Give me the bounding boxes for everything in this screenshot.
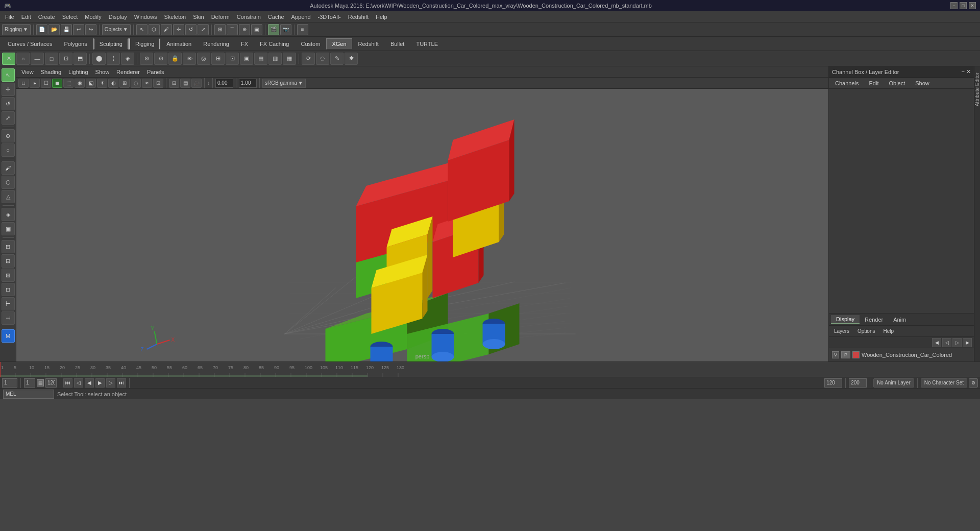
layer-next2-btn[interactable]: ▶ bbox=[963, 338, 972, 347]
mode-dropdown[interactable]: Rigging ▼ bbox=[2, 24, 31, 35]
menu-cache[interactable]: Cache bbox=[265, 13, 287, 21]
vp-aa-btn[interactable]: ⊞ bbox=[119, 79, 130, 88]
vp-gamma-input-2[interactable] bbox=[239, 79, 257, 88]
wireframe-icon-btn[interactable]: ▥ bbox=[268, 53, 282, 65]
vertex-mode-icon-btn[interactable]: ○ bbox=[16, 53, 30, 65]
vp-gamma-input-1[interactable] bbox=[215, 79, 233, 88]
rotate-tool-left-btn[interactable]: ↺ bbox=[2, 97, 15, 110]
layout-btn-6[interactable]: ⊣ bbox=[2, 311, 15, 325]
menu-append[interactable]: Append bbox=[288, 13, 314, 21]
tab-redshift[interactable]: Redshift bbox=[353, 38, 384, 50]
rp-tab-channels[interactable]: Channels bbox=[831, 79, 863, 87]
vp-smooth-btn[interactable]: ◉ bbox=[75, 79, 85, 88]
menu-deform[interactable]: Deform bbox=[208, 13, 233, 21]
vp-shaded-btn[interactable]: ◼ bbox=[52, 79, 62, 88]
no-character-set-btn[interactable]: No Character Set bbox=[921, 378, 967, 388]
menu-create[interactable]: Create bbox=[35, 13, 58, 21]
vp-menu-show[interactable]: Show bbox=[92, 68, 113, 76]
tab-sculpting[interactable]: Sculpting bbox=[93, 38, 129, 50]
tab-turtle[interactable]: TURTLE bbox=[410, 38, 444, 50]
texture-icon-btn[interactable]: ▦ bbox=[283, 53, 296, 65]
layer-subtab-help[interactable]: Help bbox=[880, 327, 897, 335]
crease-btn[interactable]: △ bbox=[2, 190, 15, 203]
menu-redshift[interactable]: Redshift bbox=[345, 13, 372, 21]
layer-subtab-options[interactable]: Options bbox=[854, 327, 878, 335]
layer-tab-display[interactable]: Display bbox=[831, 315, 860, 324]
rotate-button[interactable]: ↺ bbox=[185, 24, 197, 35]
snap-curve-button[interactable]: ⌒ bbox=[227, 24, 238, 35]
menu-edit[interactable]: Edit bbox=[18, 13, 34, 21]
layer-item[interactable]: V P Wooden_Construction_Car_Colored bbox=[830, 349, 973, 360]
select-tool-left-btn[interactable]: ↖ bbox=[2, 68, 15, 82]
vp-lights-btn[interactable]: ☀ bbox=[97, 79, 107, 88]
undo-button[interactable]: ↩ bbox=[73, 24, 84, 35]
snap-ref-icon-btn[interactable]: ⊘ bbox=[154, 53, 167, 65]
rp-tab-object[interactable]: Object bbox=[885, 79, 909, 87]
snap-point-button[interactable]: ⊕ bbox=[239, 24, 250, 35]
anim-end2-input[interactable] bbox=[849, 378, 867, 388]
layout-btn-1[interactable]: ⊞ bbox=[2, 240, 15, 253]
xgen-icon-btn[interactable]: ✱ bbox=[345, 53, 358, 65]
scale-tool-left-btn[interactable]: ⤢ bbox=[2, 111, 15, 125]
vp-menu-panels[interactable]: Panels bbox=[144, 68, 167, 76]
menu-help[interactable]: Help bbox=[373, 13, 390, 21]
tab-curves-surfaces[interactable]: Curves / Surfaces bbox=[2, 38, 58, 50]
new-scene-button[interactable]: 📄 bbox=[36, 24, 47, 35]
display-rgb-btn[interactable]: ▣ bbox=[2, 222, 15, 235]
face-mode-icon-btn[interactable]: □ bbox=[45, 53, 58, 65]
rp-tab-show[interactable]: Show bbox=[911, 79, 934, 87]
tab-fx-caching[interactable]: FX Caching bbox=[254, 38, 295, 50]
menu-skeleton[interactable]: Skeleton bbox=[161, 13, 189, 21]
minimize-button[interactable]: − bbox=[950, 2, 958, 9]
layer-prev2-btn[interactable]: ◁ bbox=[942, 338, 951, 347]
vp-render-view-btn[interactable]: ☐ bbox=[41, 79, 51, 88]
display-layer-button[interactable]: ≡ bbox=[297, 24, 308, 35]
vp-menu-shading[interactable]: Shading bbox=[38, 68, 64, 76]
menu-skin[interactable]: Skin bbox=[190, 13, 207, 21]
paint-select-button[interactable]: 🖌 bbox=[161, 24, 172, 35]
transport-step-fwd[interactable]: ▷ bbox=[106, 378, 115, 388]
layout-btn-4[interactable]: ⊡ bbox=[2, 283, 15, 296]
transport-play-back[interactable]: ◀ bbox=[85, 378, 94, 388]
render-button[interactable]: 🎬 bbox=[268, 24, 279, 35]
scale-button[interactable]: ⤢ bbox=[198, 24, 209, 35]
tab-polygons[interactable]: Polygons bbox=[58, 38, 92, 50]
create-render-node-btn[interactable]: ◈ bbox=[2, 208, 15, 221]
uv-mode-icon-btn[interactable]: ⊡ bbox=[59, 53, 72, 65]
transport-step-back[interactable]: ◁ bbox=[74, 378, 83, 388]
menu-windows[interactable]: Windows bbox=[131, 13, 160, 21]
layer-prev-btn[interactable]: ◀ bbox=[932, 338, 941, 347]
close-button[interactable]: ✕ bbox=[969, 2, 976, 9]
transport-play-fwd[interactable]: ▶ bbox=[95, 378, 105, 388]
save-scene-button[interactable]: 💾 bbox=[61, 24, 72, 35]
lasso-button[interactable]: ⬡ bbox=[149, 24, 160, 35]
tab-fx[interactable]: FX bbox=[235, 38, 254, 50]
snap-surface-button[interactable]: ▣ bbox=[251, 24, 262, 35]
soft-mod-btn[interactable]: ○ bbox=[2, 143, 15, 157]
layer-v-check[interactable]: V bbox=[832, 351, 839, 358]
rpanel-minimize-btn[interactable]: − bbox=[962, 68, 965, 75]
rp-tab-edit[interactable]: Edit bbox=[865, 79, 883, 87]
character-set-options-btn[interactable]: ⚙ bbox=[969, 378, 978, 388]
menu-3dtoall[interactable]: -3DToAll- bbox=[315, 13, 344, 21]
menu-select[interactable]: Select bbox=[59, 13, 81, 21]
move-button[interactable]: ✛ bbox=[173, 24, 184, 35]
paint-ops-btn[interactable]: 🖌 bbox=[2, 161, 15, 175]
snap-live-icon-btn[interactable]: ⊗ bbox=[140, 53, 153, 65]
edge-mode-icon-btn[interactable]: — bbox=[31, 53, 44, 65]
tab-bullet[interactable]: Bullet bbox=[385, 38, 410, 50]
layer-next-btn[interactable]: ▷ bbox=[952, 338, 962, 347]
display-smooth-icon-btn[interactable]: ▣ bbox=[240, 53, 253, 65]
vp-menu-renderer[interactable]: Renderer bbox=[113, 68, 143, 76]
select-tool-button[interactable]: ↖ bbox=[136, 24, 148, 35]
vp-wireframe-btn[interactable]: ⬚ bbox=[63, 79, 74, 88]
layer-tab-anim[interactable]: Anim bbox=[888, 316, 911, 324]
maximize-button[interactable]: □ bbox=[960, 2, 967, 9]
menu-constrain[interactable]: Constrain bbox=[234, 13, 264, 21]
lock-icon-btn[interactable]: 🔒 bbox=[168, 53, 182, 65]
redo-button[interactable]: ↪ bbox=[85, 24, 96, 35]
layout-btn-5[interactable]: ⊢ bbox=[2, 297, 15, 310]
viewport[interactable]: View Shading Lighting Show Renderer Pane… bbox=[16, 66, 828, 361]
paint-icon-btn[interactable]: ✎ bbox=[330, 53, 344, 65]
attribute-editor-tab[interactable]: Attribute Editor bbox=[974, 66, 980, 361]
